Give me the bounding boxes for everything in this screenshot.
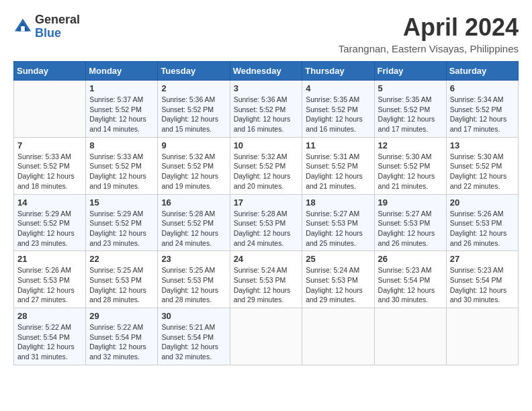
location-text: Tarangnan, Eastern Visayas, Philippines [339, 43, 519, 54]
calendar-cell: 11Sunrise: 5:31 AM Sunset: 5:52 PM Dayli… [302, 137, 374, 194]
day-number: 23 [161, 254, 226, 264]
col-header-monday: Monday [86, 62, 158, 81]
day-info: Sunrise: 5:26 AM Sunset: 5:53 PM Dayligh… [450, 209, 515, 248]
week-row-3: 21Sunrise: 5:26 AM Sunset: 5:53 PM Dayli… [14, 251, 519, 308]
day-number: 14 [17, 197, 82, 208]
day-info: Sunrise: 5:23 AM Sunset: 5:54 PM Dayligh… [378, 265, 443, 305]
day-number: 28 [17, 311, 82, 321]
day-number: 20 [450, 197, 515, 208]
day-info: Sunrise: 5:22 AM Sunset: 5:54 PM Dayligh… [17, 322, 82, 362]
day-number: 5 [378, 83, 443, 93]
col-header-friday: Friday [374, 62, 446, 81]
day-number: 11 [306, 140, 370, 150]
calendar-cell: 25Sunrise: 5:24 AM Sunset: 5:53 PM Dayli… [302, 251, 374, 308]
calendar-cell: 9Sunrise: 5:32 AM Sunset: 5:52 PM Daylig… [158, 137, 230, 194]
col-header-thursday: Thursday [302, 62, 374, 81]
calendar-cell: 12Sunrise: 5:30 AM Sunset: 5:52 PM Dayli… [374, 137, 446, 194]
calendar-cell: 20Sunrise: 5:26 AM Sunset: 5:53 PM Dayli… [446, 194, 518, 251]
calendar-cell: 13Sunrise: 5:30 AM Sunset: 5:52 PM Dayli… [446, 137, 518, 194]
calendar-cell: 23Sunrise: 5:25 AM Sunset: 5:53 PM Dayli… [158, 251, 230, 308]
week-row-0: 1Sunrise: 5:37 AM Sunset: 5:52 PM Daylig… [14, 81, 519, 138]
calendar-cell: 6Sunrise: 5:34 AM Sunset: 5:52 PM Daylig… [446, 81, 518, 138]
calendar-cell: 18Sunrise: 5:27 AM Sunset: 5:53 PM Dayli… [302, 194, 374, 251]
day-number: 15 [89, 197, 154, 208]
calendar-cell: 5Sunrise: 5:35 AM Sunset: 5:52 PM Daylig… [374, 81, 446, 138]
col-header-sunday: Sunday [14, 62, 86, 81]
calendar-cell [302, 308, 374, 365]
day-number: 3 [234, 83, 299, 93]
day-number: 19 [378, 197, 443, 208]
calendar-cell: 16Sunrise: 5:28 AM Sunset: 5:52 PM Dayli… [158, 194, 230, 251]
calendar-table: SundayMondayTuesdayWednesdayThursdayFrid… [13, 61, 519, 365]
day-info: Sunrise: 5:24 AM Sunset: 5:53 PM Dayligh… [234, 265, 299, 305]
day-number: 17 [234, 197, 299, 208]
day-number: 7 [17, 140, 82, 150]
day-info: Sunrise: 5:21 AM Sunset: 5:54 PM Dayligh… [161, 322, 226, 362]
day-number: 12 [378, 140, 443, 150]
week-row-2: 14Sunrise: 5:29 AM Sunset: 5:52 PM Dayli… [14, 194, 519, 251]
calendar-cell: 10Sunrise: 5:32 AM Sunset: 5:52 PM Dayli… [230, 137, 302, 194]
calendar-cell: 14Sunrise: 5:29 AM Sunset: 5:52 PM Dayli… [14, 194, 86, 251]
day-info: Sunrise: 5:36 AM Sunset: 5:52 PM Dayligh… [161, 95, 226, 134]
logo-text: General Blue [35, 13, 80, 40]
header-row: SundayMondayTuesdayWednesdayThursdayFrid… [14, 62, 519, 81]
day-number: 21 [17, 254, 82, 264]
day-info: Sunrise: 5:25 AM Sunset: 5:53 PM Dayligh… [161, 265, 226, 305]
week-row-1: 7Sunrise: 5:33 AM Sunset: 5:52 PM Daylig… [14, 137, 519, 194]
day-number: 4 [306, 83, 370, 93]
calendar-cell: 7Sunrise: 5:33 AM Sunset: 5:52 PM Daylig… [14, 137, 86, 194]
day-info: Sunrise: 5:29 AM Sunset: 5:52 PM Dayligh… [17, 209, 82, 248]
day-info: Sunrise: 5:29 AM Sunset: 5:52 PM Dayligh… [89, 209, 154, 248]
calendar-cell [230, 308, 302, 365]
calendar-cell: 15Sunrise: 5:29 AM Sunset: 5:52 PM Dayli… [86, 194, 158, 251]
day-info: Sunrise: 5:30 AM Sunset: 5:52 PM Dayligh… [450, 152, 515, 191]
day-number: 29 [89, 311, 154, 321]
day-info: Sunrise: 5:35 AM Sunset: 5:52 PM Dayligh… [378, 95, 443, 134]
day-number: 8 [89, 140, 154, 150]
month-title: April 2024 [339, 13, 519, 42]
svg-rect-2 [21, 26, 25, 31]
day-number: 1 [89, 83, 154, 93]
logo-icon [13, 17, 32, 36]
day-info: Sunrise: 5:22 AM Sunset: 5:54 PM Dayligh… [89, 322, 154, 362]
calendar-cell: 19Sunrise: 5:27 AM Sunset: 5:53 PM Dayli… [374, 194, 446, 251]
day-info: Sunrise: 5:25 AM Sunset: 5:53 PM Dayligh… [89, 265, 154, 305]
day-info: Sunrise: 5:26 AM Sunset: 5:53 PM Dayligh… [17, 265, 82, 305]
day-number: 22 [89, 254, 154, 264]
day-info: Sunrise: 5:33 AM Sunset: 5:52 PM Dayligh… [89, 152, 154, 191]
calendar-cell: 2Sunrise: 5:36 AM Sunset: 5:52 PM Daylig… [158, 81, 230, 138]
day-number: 10 [234, 140, 299, 150]
day-info: Sunrise: 5:27 AM Sunset: 5:53 PM Dayligh… [378, 209, 443, 248]
day-info: Sunrise: 5:23 AM Sunset: 5:54 PM Dayligh… [450, 265, 515, 305]
day-info: Sunrise: 5:28 AM Sunset: 5:53 PM Dayligh… [234, 209, 299, 248]
day-number: 18 [306, 197, 370, 208]
calendar-cell: 1Sunrise: 5:37 AM Sunset: 5:52 PM Daylig… [86, 81, 158, 138]
day-number: 27 [450, 254, 515, 264]
day-info: Sunrise: 5:36 AM Sunset: 5:52 PM Dayligh… [234, 95, 299, 134]
calendar-cell [14, 81, 86, 138]
day-number: 24 [234, 254, 299, 264]
day-number: 9 [161, 140, 226, 150]
logo: General Blue [13, 13, 80, 40]
calendar-cell: 28Sunrise: 5:22 AM Sunset: 5:54 PM Dayli… [14, 308, 86, 365]
logo-general-text: General [35, 13, 80, 26]
page-header: General Blue April 2024 Tarangnan, Easte… [13, 13, 519, 54]
calendar-cell: 26Sunrise: 5:23 AM Sunset: 5:54 PM Dayli… [374, 251, 446, 308]
calendar-cell: 29Sunrise: 5:22 AM Sunset: 5:54 PM Dayli… [86, 308, 158, 365]
col-header-saturday: Saturday [446, 62, 518, 81]
day-info: Sunrise: 5:32 AM Sunset: 5:52 PM Dayligh… [161, 152, 226, 191]
calendar-cell: 8Sunrise: 5:33 AM Sunset: 5:52 PM Daylig… [86, 137, 158, 194]
logo-blue-text: Blue [35, 26, 61, 40]
calendar-cell: 30Sunrise: 5:21 AM Sunset: 5:54 PM Dayli… [158, 308, 230, 365]
day-info: Sunrise: 5:34 AM Sunset: 5:52 PM Dayligh… [450, 95, 515, 134]
calendar-cell: 3Sunrise: 5:36 AM Sunset: 5:52 PM Daylig… [230, 81, 302, 138]
calendar-cell: 17Sunrise: 5:28 AM Sunset: 5:53 PM Dayli… [230, 194, 302, 251]
day-info: Sunrise: 5:24 AM Sunset: 5:53 PM Dayligh… [306, 265, 370, 305]
day-number: 25 [306, 254, 370, 264]
day-number: 16 [161, 197, 226, 208]
calendar-cell [446, 308, 518, 365]
calendar-cell: 24Sunrise: 5:24 AM Sunset: 5:53 PM Dayli… [230, 251, 302, 308]
day-info: Sunrise: 5:32 AM Sunset: 5:52 PM Dayligh… [234, 152, 299, 191]
calendar-cell: 4Sunrise: 5:35 AM Sunset: 5:52 PM Daylig… [302, 81, 374, 138]
day-number: 2 [161, 83, 226, 93]
